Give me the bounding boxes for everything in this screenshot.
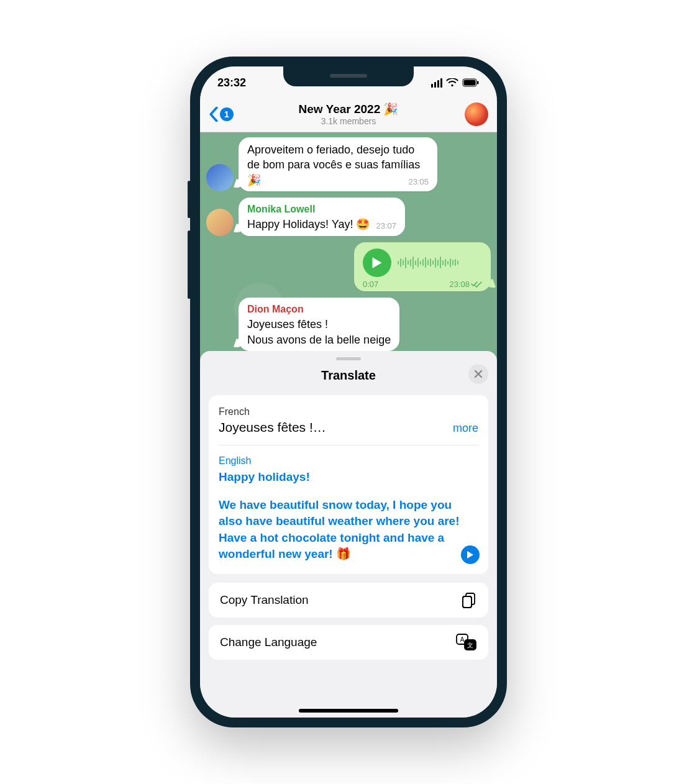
play-icon [467,550,474,559]
translated-body: We have beautiful snow today, I hope you… [219,498,460,561]
status-time: 23:32 [217,76,246,89]
avatar[interactable] [206,164,234,191]
back-button[interactable]: 1 [209,107,234,122]
waveform[interactable] [398,255,482,270]
svg-text:A: A [460,636,465,643]
message-text: Nous avons de la belle neige [247,332,391,347]
speak-button[interactable] [461,545,480,564]
action-label: Copy Translation [220,593,309,607]
translated-heading: Happy holidays! [219,469,478,486]
wifi-icon [446,78,458,87]
voice-duration: 0:07 [363,280,378,289]
message-time: 23:05 [408,176,429,188]
message-time: 23:07 [376,221,396,232]
more-link[interactable]: more [453,422,478,435]
translate-sheet: Translate French Joyeuses fêtes !… more … [200,351,497,718]
source-language-label: French [219,406,478,417]
chat-subtitle: 3.1k members [200,116,497,126]
svg-rect-1 [464,80,476,86]
sender-name: Monika Lowell [247,203,396,216]
message-row: Monika Lowell Happy Holidays! Yay! 🤩 23:… [206,198,491,236]
change-language-row[interactable]: Change Language A 文 [209,625,488,660]
play-icon [371,257,383,269]
play-button[interactable] [363,248,391,277]
avatar[interactable] [206,209,234,236]
unread-badge: 1 [220,107,234,121]
close-icon [474,370,483,378]
chat-title-block[interactable]: New Year 2022 🎉 3.1k members [200,102,497,126]
svg-text:文: 文 [467,642,473,649]
notch [283,66,414,86]
voice-message[interactable]: 0:07 23:08 [354,242,491,291]
message-bubble[interactable]: Monika Lowell Happy Holidays! Yay! 🤩 23:… [239,198,405,236]
message-bubble[interactable]: Aproveitem o feriado, desejo tudo de bom… [239,137,437,191]
sheet-title: Translate [321,368,376,383]
chat-title: New Year 2022 🎉 [200,102,497,116]
divider [219,445,478,445]
message-text: Aproveitem o feriado, desejo tudo de bom… [247,144,420,186]
status-right [431,78,480,88]
voice-time: 23:08 [449,280,470,289]
screen: 23:32 1 New Yea [200,66,497,718]
message-row: 0:07 23:08 [206,242,491,291]
cellular-icon [431,78,442,88]
group-avatar[interactable] [465,103,488,126]
action-label: Change Language [220,636,317,649]
message-text: Joyeuses fêtes ! [247,317,391,332]
phone-frame: 23:32 1 New Yea [190,57,507,727]
message-row: Dion Maçon Joyeuses fêtes ! Nous avons d… [239,298,491,351]
copy-translation-row[interactable]: Copy Translation [209,583,488,618]
sender-name: Dion Maçon [247,303,391,316]
target-language-label: English [219,455,478,467]
source-text: Joyeuses fêtes !… [219,420,326,435]
chat-header: 1 New Year 2022 🎉 3.1k members [200,96,497,132]
message-row: Aproveitem o feriado, desejo tudo de bom… [206,137,491,191]
translation-card: French Joyeuses fêtes !… more English Ha… [209,395,488,574]
svg-rect-2 [477,81,479,84]
sheet-grabber[interactable] [336,357,361,360]
battery-icon [462,78,480,87]
chevron-left-icon [209,107,219,122]
svg-rect-4 [463,596,472,608]
close-button[interactable] [468,364,488,384]
home-indicator[interactable] [299,709,398,713]
copy-icon [461,591,477,609]
message-text: Happy Holidays! Yay! 🤩 [247,218,370,230]
translate-icon: A 文 [456,634,477,651]
read-checkmarks-icon [471,281,482,288]
message-bubble[interactable]: Dion Maçon Joyeuses fêtes ! Nous avons d… [239,298,399,351]
